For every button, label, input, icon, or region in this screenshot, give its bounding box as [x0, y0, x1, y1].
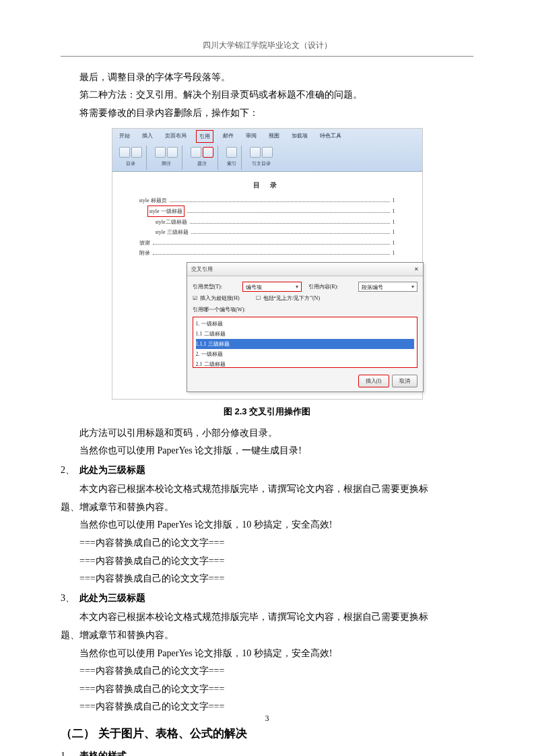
ribbon-body: 目录 脚注 题注 索引 引文目录: [112, 144, 422, 171]
ribbon: 开始 插入 页面布局 引用 邮件 审阅 视图 加载项 特色工具 目录 脚注: [112, 129, 422, 172]
btn-endnote[interactable]: [167, 147, 178, 158]
list-label: 引用哪一个编号项(W):: [193, 305, 246, 315]
toc-page: 1: [393, 206, 395, 216]
toc-page: 1: [393, 195, 395, 206]
page: { "header": "四川大学锦江学院毕业论文（设计）", "intro":…: [0, 0, 534, 756]
list-item-selected[interactable]: 1.1.1 三级标题: [196, 339, 414, 349]
sec3-p2: 当然你也可以使用 PaperYes 论文排版，10 秒搞定，安全高效!: [61, 645, 473, 663]
ref-content-combo[interactable]: 段落编号: [358, 282, 418, 292]
insert-button[interactable]: 插入(I): [358, 375, 389, 387]
intro-p3: 将需要修改的目录内容删除后，操作如下：: [61, 104, 473, 123]
toc-page: 1: [393, 238, 395, 248]
after-p1: 此方法可以引用标题和页码，小部分修改目录。: [61, 424, 473, 443]
toc-row: 附录1: [139, 248, 395, 258]
ref-type-label: 引用类型(T):: [193, 282, 240, 292]
word-screenshot: 开始 插入 页面布局 引用 邮件 审阅 视图 加载项 特色工具 目录 脚注: [112, 128, 423, 400]
group-caption-label: 题注: [191, 159, 213, 168]
intro-p2: 第二种方法：交叉引用。解决个别目录页码或者标题不准确的问题。: [61, 86, 473, 104]
item-title: 此处为三级标题: [79, 462, 145, 480]
toc-text: style 标题页: [139, 195, 167, 206]
toc-text: style二级标题: [156, 217, 187, 227]
list-item[interactable]: 1. 一级标题: [196, 319, 414, 329]
crossref-dialog: 交叉引用 ✕ 引用类型(T): 编号项 引用内容(R): 段落编号 ☑插入为超链…: [187, 262, 424, 392]
group-toc-label: 目录: [119, 159, 142, 168]
tab-review[interactable]: 审阅: [243, 130, 259, 143]
group-footnote: 脚注: [151, 146, 182, 170]
filler-line: ===内容替换成自己的论文文字===: [61, 662, 473, 681]
group-citation: 引文目录: [246, 146, 277, 170]
toc-page: 1: [393, 248, 395, 258]
sec2-p2: 当然你也可以使用 PaperYes 论文排版，10 秒搞定，安全高效!: [61, 516, 473, 534]
toc-page: 1: [393, 217, 395, 227]
ref-content-label: 引用内容(R):: [308, 282, 356, 292]
list-item[interactable]: 2. 一级标题: [196, 349, 414, 359]
toc-row: style二级标题1: [139, 217, 395, 227]
list-item[interactable]: 2.1 二级标题: [196, 359, 414, 367]
toc-row: style 三级标题1: [139, 227, 395, 237]
cancel-button[interactable]: 取消: [392, 375, 418, 387]
dialog-title: 交叉引用: [191, 264, 213, 274]
tab-view[interactable]: 视图: [266, 130, 282, 143]
after-p2: 当然你也可以使用 PaperYes 论文排版，一键生成目录!: [61, 442, 473, 460]
tab-mail[interactable]: 邮件: [220, 130, 236, 143]
item-number: 3、: [61, 590, 79, 608]
sec3-p1: 本文内容已根据本校论文格式规范排版完毕，请撰写论文内容，根据自己需要更换标: [61, 608, 473, 627]
btn-footnote[interactable]: [155, 147, 166, 158]
btn-citation1[interactable]: [250, 147, 261, 158]
sec3-p1b: 题、增减章节和替换内容。: [61, 627, 473, 645]
dialog-titlebar: 交叉引用 ✕: [187, 263, 423, 276]
sec2-p1b: 题、增减章节和替换内容。: [61, 499, 473, 517]
btn-crossref[interactable]: [203, 147, 213, 158]
ref-item-list[interactable]: 1. 一级标题 1.1 二级标题 1.1.1 三级标题 2. 一级标题 2.1 …: [193, 317, 418, 368]
toc-text: style 三级标题: [156, 227, 189, 237]
tab-extras[interactable]: 特色工具: [317, 130, 344, 143]
tab-home[interactable]: 开始: [116, 130, 133, 143]
group-citation-label: 引文目录: [250, 159, 273, 168]
btn-index[interactable]: [226, 147, 237, 158]
list-item[interactable]: 1.1 二级标题: [196, 329, 414, 339]
item-number: 1、: [61, 747, 79, 756]
filler-line: ===内容替换成自己的论文文字===: [61, 553, 473, 571]
toc-page: 1: [393, 227, 395, 237]
figure-caption: 图 2.3 交叉引用操作图: [61, 404, 473, 420]
doc-area: 目 录 style 标题页1 style 一级标题1 style二级标题1 st…: [112, 172, 422, 399]
ribbon-tabs: 开始 插入 页面布局 引用 邮件 审阅 视图 加载项 特色工具: [112, 129, 422, 144]
toc-text: 致谢: [139, 238, 150, 248]
btn-addtext[interactable]: [131, 147, 142, 158]
filler-line: ===内容替换成自己的论文文字===: [61, 534, 473, 553]
group-toc: 目录: [115, 146, 147, 170]
tab-addins[interactable]: 加载项: [289, 130, 310, 143]
ref-type-combo[interactable]: 编号项: [242, 282, 302, 292]
heading3-item4: 1、 表格的样式: [61, 747, 473, 756]
filler-line: ===内容替换成自己的论文文字===: [61, 681, 473, 699]
btn-toc[interactable]: [119, 147, 130, 158]
ref-type-value: 编号项: [243, 284, 265, 290]
sec2-p1: 本文内容已根据本校论文格式规范排版完毕，请撰写论文内容，根据自己需要更换标: [61, 480, 473, 499]
toc-row: style 一级标题1: [139, 206, 395, 217]
btn-citation2[interactable]: [262, 147, 273, 158]
group-footnote-label: 脚注: [155, 159, 178, 168]
tab-layout[interactable]: 页面布局: [162, 130, 189, 143]
checkbox-icon[interactable]: ☐: [256, 293, 261, 303]
item-title: 此处为三级标题: [79, 590, 145, 608]
page-number: 3: [0, 711, 534, 726]
group-caption: 题注: [187, 146, 218, 170]
filler-line: ===内容替换成自己的论文文字===: [61, 570, 473, 588]
tab-insert[interactable]: 插入: [139, 130, 156, 143]
doc-title: 目 录: [139, 179, 395, 191]
group-index: 索引: [222, 146, 242, 170]
item-title: 表格的样式: [79, 747, 127, 756]
chk-above-label: 包括“见上方/见下方”(N): [263, 293, 320, 303]
checkbox-icon[interactable]: ☑: [193, 293, 197, 303]
tab-references[interactable]: 引用: [196, 130, 213, 143]
page-header: 四川大学锦江学院毕业论文（设计）: [61, 38, 473, 57]
chk-hyperlink-label: 插入为超链接(H): [200, 293, 240, 303]
close-icon[interactable]: ✕: [414, 264, 419, 274]
intro-p1: 最后，调整目录的字体字号段落等。: [61, 69, 473, 87]
group-index-label: 索引: [226, 159, 237, 168]
heading3-item3: 3、 此处为三级标题: [61, 590, 473, 608]
heading3-item2: 2、 此处为三级标题: [61, 462, 473, 480]
item-number: 2、: [61, 462, 79, 480]
btn-caption[interactable]: [191, 147, 201, 158]
toc-row: 致谢1: [139, 238, 395, 248]
